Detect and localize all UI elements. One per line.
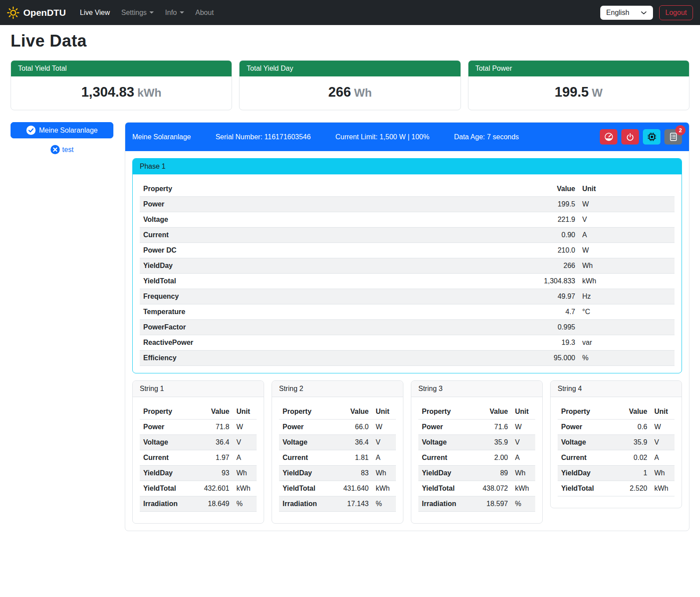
chevron-down-icon — [641, 10, 647, 16]
nav-item-about[interactable]: About — [191, 5, 218, 20]
power-button[interactable] — [621, 129, 639, 145]
unit-cell: Wh — [372, 466, 396, 481]
string-panel-title: String 1 — [133, 381, 264, 397]
table-row: YieldTotal438.072kWh — [418, 481, 535, 496]
table-header-row: Property Value Unit — [140, 181, 675, 197]
value-cell: 35.9 — [471, 435, 511, 450]
brand[interactable]: OpenDTU — [7, 7, 66, 19]
value-cell: 83 — [331, 466, 372, 481]
property-cell: Irradiation — [418, 496, 471, 512]
inverter-data-age: Data Age: 7 seconds — [454, 133, 519, 141]
sun-icon — [7, 7, 19, 19]
inverter-select-label: Meine Solaranlage — [39, 127, 98, 134]
unit-cell: A — [579, 228, 675, 243]
total-yield-day-value: 266 — [328, 84, 351, 100]
table-header-row: Property Value Unit — [558, 404, 675, 420]
value-cell: 0.02 — [614, 450, 651, 466]
table-row: PowerFactor0.995 — [140, 320, 675, 335]
value-cell: 431.640 — [331, 481, 372, 496]
string-3-panel: String 3 Property Value Unit — [411, 380, 543, 524]
event-log-button[interactable]: 2 — [664, 129, 682, 145]
property-cell: Power — [140, 420, 192, 435]
navbar-right: English Logout — [600, 5, 693, 20]
limit-settings-button[interactable] — [600, 129, 617, 145]
card-title: Total Yield Day — [239, 61, 460, 76]
total-yield-total-value: 1,304.83 — [81, 84, 134, 100]
unit-cell: Wh — [579, 258, 675, 274]
nav-item-live-view[interactable]: Live View — [76, 5, 114, 20]
column-header-value: Value — [471, 404, 511, 420]
column-header-value: Value — [614, 404, 651, 420]
inverter-test-link[interactable]: test — [62, 146, 74, 154]
card-body: 1,304.83kWh — [11, 76, 232, 110]
language-select[interactable]: English — [600, 6, 653, 20]
value-cell: 1,304.833 — [403, 274, 579, 289]
inverter-card-body: Phase 1 Property Value Unit — [125, 151, 689, 531]
unit-cell: Wh — [651, 466, 675, 481]
device-info-button[interactable] — [643, 129, 660, 145]
unit-cell: W — [372, 420, 396, 435]
unit-cell: A — [233, 450, 257, 466]
value-cell: 199.5 — [403, 197, 579, 212]
string-panel-title: String 4 — [551, 381, 682, 397]
unit-cell: A — [511, 450, 535, 466]
nav-item-info[interactable]: Info — [161, 5, 189, 20]
strings-row: String 1 Property Value Unit — [132, 380, 682, 524]
unit-cell: kWh — [579, 274, 675, 289]
table-row: Voltage35.9V — [558, 435, 675, 450]
property-cell: YieldTotal — [558, 481, 614, 496]
property-cell: YieldDay — [418, 466, 471, 481]
card-title: Total Yield Total — [11, 61, 232, 76]
inverter-main: Meine Solaranlage Serial Number: 1161716… — [125, 122, 689, 531]
table-row: Power71.6W — [418, 420, 535, 435]
caret-down-icon — [149, 11, 154, 14]
inverter-select-button[interactable]: Meine Solaranlage — [11, 122, 113, 138]
table-row: Power199.5W — [140, 197, 675, 212]
string-panel-body: Property Value Unit Power0.6W Voltage35.… — [551, 397, 682, 508]
property-cell: Power DC — [140, 243, 403, 258]
property-cell: Current — [418, 450, 471, 466]
column-header-property: Property — [140, 181, 403, 197]
value-cell: 36.4 — [192, 435, 233, 450]
inverter-test-row: test — [11, 145, 113, 154]
table-row: Current1.81A — [279, 450, 396, 466]
table-row: Irradiation18.649% — [140, 496, 257, 512]
value-cell: 18.597 — [471, 496, 511, 512]
value-cell: 2.00 — [471, 450, 511, 466]
column-header-property: Property — [140, 404, 192, 420]
table-row: Power0.6W — [558, 420, 675, 435]
property-cell: Current — [140, 450, 192, 466]
unit-cell: V — [233, 435, 257, 450]
column-header-property: Property — [279, 404, 331, 420]
table-row: YieldTotal2.520kWh — [558, 481, 675, 496]
value-cell: 71.6 — [471, 420, 511, 435]
logout-button[interactable]: Logout — [659, 5, 693, 20]
property-cell: Efficiency — [140, 351, 403, 366]
value-cell: 36.4 — [331, 435, 372, 450]
column-header-property: Property — [558, 404, 614, 420]
total-power-card: Total Power 199.5W — [468, 60, 689, 110]
value-cell: 1.97 — [192, 450, 233, 466]
table-row: YieldTotal431.640kWh — [279, 481, 396, 496]
column-header-value: Value — [331, 404, 372, 420]
table-row: Current1.97A — [140, 450, 257, 466]
column-header-value: Value — [403, 181, 579, 197]
property-cell: YieldDay — [279, 466, 331, 481]
property-cell: YieldTotal — [279, 481, 331, 496]
property-cell: PowerFactor — [140, 320, 403, 335]
inverter-card-header: Meine Solaranlage Serial Number: 1161716… — [125, 123, 689, 151]
unit-cell: Wh — [511, 466, 535, 481]
property-cell: YieldTotal — [418, 481, 471, 496]
unit-cell: V — [372, 435, 396, 450]
value-cell: 1.81 — [331, 450, 372, 466]
table-row: Voltage36.4V — [279, 435, 396, 450]
table-row: YieldTotal432.601kWh — [140, 481, 257, 496]
total-yield-day-unit: Wh — [354, 86, 372, 99]
value-cell: 35.9 — [614, 435, 651, 450]
value-cell: 0.995 — [403, 320, 579, 335]
property-cell: YieldDay — [140, 466, 192, 481]
nav-item-settings[interactable]: Settings — [117, 5, 158, 20]
string-panel-title: String 3 — [411, 381, 542, 397]
value-cell: 210.0 — [403, 243, 579, 258]
property-cell: Temperature — [140, 304, 403, 320]
